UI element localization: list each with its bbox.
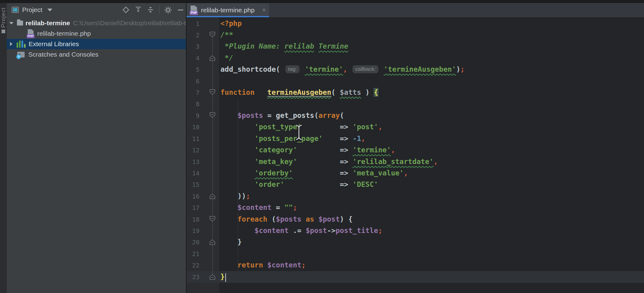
code-token: $post	[306, 227, 327, 235]
project-panel: Project	[7, 3, 186, 293]
expand-all-icon[interactable]	[135, 6, 142, 14]
code-token: 'post_type'	[255, 123, 301, 131]
fold-end-marker[interactable]	[210, 274, 215, 280]
line-number[interactable]: 5	[187, 64, 199, 75]
code-line[interactable]: function termineAusgeben( $atts ) {	[220, 87, 378, 98]
line-number[interactable]: 8	[187, 98, 199, 110]
code-line[interactable]: <?php	[220, 18, 242, 30]
code-line[interactable]: }	[220, 271, 225, 283]
code-token: $content	[255, 227, 289, 235]
line-number[interactable]: 10	[187, 121, 199, 133]
code-line[interactable]: 'category' => 'termine',	[220, 144, 395, 156]
code-token: callback:	[352, 65, 378, 73]
line-number[interactable]: 3	[187, 41, 199, 52]
locate-file-icon[interactable]	[122, 6, 130, 14]
code-token: ,	[404, 169, 408, 177]
tree-row-php-file[interactable]: PHP relilab-termine.php	[7, 28, 186, 39]
tree-row-external-libraries[interactable]: External Libraries	[7, 39, 186, 49]
code-line[interactable]: */	[220, 52, 233, 64]
code-line[interactable]: return $content;	[220, 259, 306, 271]
line-number[interactable]: 22	[187, 259, 199, 271]
line-number[interactable]: 11	[187, 133, 199, 145]
code-line[interactable]: 'meta_key' => 'relilab_startdate',	[220, 156, 438, 168]
code-token	[347, 65, 352, 73]
code-token	[323, 134, 340, 142]
line-number[interactable]: 12	[187, 144, 199, 156]
chevron-down-icon[interactable]	[9, 22, 14, 24]
code-line[interactable]: /**	[220, 29, 233, 41]
code-line[interactable]: $content = "";	[220, 202, 297, 214]
stripe-project-label[interactable]: Project	[0, 7, 7, 28]
line-number[interactable]: 20	[187, 236, 199, 248]
code-token: 'relilab_startdate'	[352, 158, 433, 166]
collapse-all-icon[interactable]	[147, 6, 154, 14]
code-token: -1	[352, 134, 361, 142]
code-token: 'posts_per_page'	[255, 134, 323, 142]
fold-end-marker[interactable]	[210, 55, 215, 61]
code-token: =	[263, 111, 276, 119]
code-line[interactable]: 'posts_per_page' => -1,	[220, 133, 365, 145]
line-number[interactable]: 7	[187, 87, 199, 98]
folder-icon	[17, 21, 23, 26]
tree-item-label[interactable]: Scratches and Consoles	[28, 51, 99, 58]
chevron-down-icon[interactable]	[47, 9, 52, 11]
code-token: 'meta_key'	[255, 158, 297, 166]
line-number[interactable]: 17	[187, 202, 199, 214]
tree-row-scratches[interactable]: » Scratches and Consoles	[7, 49, 186, 60]
code-token	[314, 215, 319, 223]
line-number[interactable]: 21	[187, 248, 199, 260]
tab-title[interactable]: relilab-termine.php	[201, 6, 255, 14]
line-number[interactable]: 4	[187, 52, 199, 64]
fold-start-marker[interactable]	[210, 112, 215, 118]
code-token: ,	[391, 146, 395, 154]
close-icon[interactable]: ×	[262, 7, 266, 14]
hide-panel-icon[interactable]	[177, 6, 184, 14]
tab-relilab-termine-php[interactable]: PHP relilab-termine.php ×	[187, 3, 269, 17]
current-line-highlight	[187, 271, 644, 283]
code-line[interactable]: 'order' => 'DESC'	[220, 179, 378, 191]
code-token	[220, 134, 255, 142]
fold-end-marker[interactable]	[210, 193, 215, 199]
line-number[interactable]: 2	[187, 29, 199, 41]
code-line[interactable]: add_shortcode( tag: 'termine', callback:…	[220, 64, 465, 75]
code-line[interactable]: $posts = get_posts(array(	[220, 110, 344, 122]
project-panel-title[interactable]: Project	[22, 6, 42, 14]
code-token: termineAusgeben	[267, 88, 331, 96]
line-number[interactable]: 14	[187, 167, 199, 179]
fold-start-marker[interactable]	[210, 32, 215, 38]
code-line[interactable]: 'orderby' => 'meta_value',	[220, 167, 408, 179]
line-number[interactable]: 9	[187, 110, 199, 122]
line-number[interactable]: 23	[187, 271, 199, 283]
tree-item-label[interactable]: relilab-termine	[26, 19, 70, 27]
code-line[interactable]: ));	[220, 191, 250, 202]
line-number[interactable]: 6	[187, 75, 199, 87]
tree-row-project-root[interactable]: relilab-termine C:\Users\Daniel\Desktop\…	[7, 18, 186, 28]
code-line[interactable]: foreach ($posts as $post) {	[220, 214, 352, 225]
toolwindow-stripe-icon[interactable]	[2, 30, 5, 33]
code-token: (	[267, 215, 276, 223]
code-line[interactable]: $content .= $post->post_title;	[220, 225, 382, 237]
code-token: (	[314, 111, 319, 119]
fold-end-marker[interactable]	[210, 239, 215, 245]
code-token: ,	[378, 123, 382, 131]
line-number[interactable]: 1	[187, 18, 199, 30]
fold-start-marker[interactable]	[210, 89, 215, 95]
code-token	[220, 146, 255, 154]
code-line[interactable]: *Plugin Name: relilab Termine	[220, 41, 348, 52]
code-line[interactable]: }	[220, 236, 242, 248]
code-token: ;	[378, 227, 382, 235]
tree-item-label[interactable]: External Libraries	[29, 40, 79, 48]
fold-start-marker[interactable]	[210, 216, 215, 222]
line-number[interactable]: 13	[187, 156, 199, 168]
project-toolwindow-icon	[12, 7, 19, 13]
code-token: /**	[220, 31, 233, 39]
tree-item-label[interactable]: relilab-termine.php	[37, 30, 91, 37]
line-number[interactable]: 19	[187, 225, 199, 237]
line-number[interactable]: 15	[187, 179, 199, 191]
line-number[interactable]: 18	[187, 214, 199, 225]
code-token: .=	[289, 227, 306, 235]
gear-icon[interactable]	[164, 6, 172, 14]
line-number[interactable]: 16	[187, 191, 199, 202]
code-token: foreach	[237, 215, 267, 223]
chevron-right-icon[interactable]	[10, 42, 13, 46]
